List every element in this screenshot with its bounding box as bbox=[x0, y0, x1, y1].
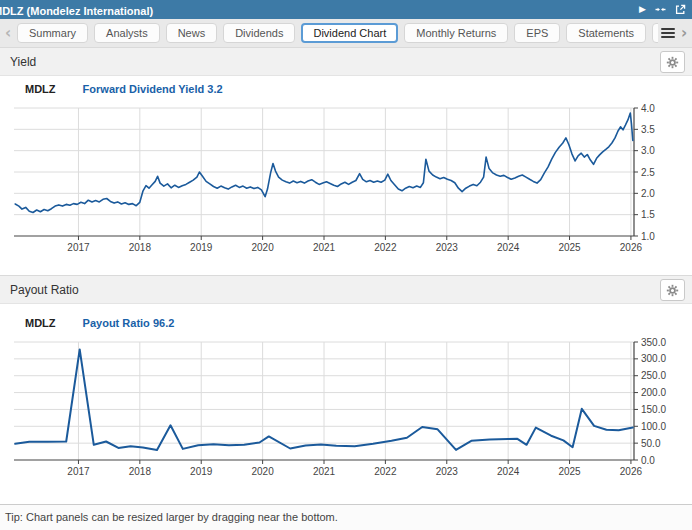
legend-ticker: MDLZ bbox=[25, 317, 56, 329]
yield-panel-title: Yield bbox=[10, 55, 36, 69]
y-tick-label: 3.0 bbox=[641, 145, 655, 156]
payout-chart-legend: MDLZ Payout Ratio 96.2 bbox=[0, 304, 692, 336]
y-tick-label: 3.5 bbox=[641, 124, 655, 135]
x-tick-label: 2019 bbox=[190, 466, 213, 477]
y-tick-label: 350.0 bbox=[641, 337, 666, 348]
payout-settings-button[interactable] bbox=[660, 279, 685, 301]
x-tick-label: 2020 bbox=[251, 242, 274, 253]
tab-eps[interactable]: EPS bbox=[514, 23, 560, 43]
tab-monthly-returns[interactable]: Monthly Returns bbox=[404, 23, 508, 43]
next-tabs-chevron[interactable]: › bbox=[678, 20, 690, 46]
tabs-scroll-area: Summary Analysts News Dividends Dividend… bbox=[14, 19, 658, 47]
panel-yield: Yield MDLZ Forward Dividend Yield 3.2 20… bbox=[0, 47, 692, 258]
yield-chart: 2017201820192020202120222023202420252026… bbox=[0, 100, 692, 258]
compress-icon[interactable] bbox=[655, 4, 666, 15]
y-tick-label: 1.5 bbox=[641, 209, 655, 220]
y-tick-label: 2.0 bbox=[641, 188, 655, 199]
gear-icon bbox=[666, 284, 679, 297]
y-tick-label: 50.0 bbox=[641, 438, 661, 449]
tab-dividends[interactable]: Dividends bbox=[223, 23, 295, 43]
window-titlebar: MDLZ (Mondelez International) ▶ bbox=[0, 0, 692, 19]
y-tick-label: 1.0 bbox=[641, 231, 655, 242]
tab-dividend-chart[interactable]: Dividend Chart bbox=[301, 23, 398, 43]
x-tick-label: 2021 bbox=[313, 242, 336, 253]
yield-settings-button[interactable] bbox=[660, 51, 685, 73]
x-tick-label: 2024 bbox=[497, 242, 520, 253]
tab-statements[interactable]: Statements bbox=[566, 23, 646, 43]
titlebar-actions: ▶ bbox=[639, 4, 692, 15]
resize-tip: Tip: Chart panels can be resized larger … bbox=[0, 504, 692, 530]
x-tick-label: 2022 bbox=[374, 242, 397, 253]
x-tick-label: 2025 bbox=[558, 242, 581, 253]
tabs-overflow-menu-icon[interactable] bbox=[661, 26, 675, 40]
y-tick-label: 2.5 bbox=[641, 167, 655, 178]
panel-payout: Payout Ratio MDLZ Payout Ratio 96.2 2017… bbox=[0, 275, 692, 486]
external-link-icon[interactable] bbox=[675, 4, 686, 15]
tab-history[interactable]: History bbox=[652, 23, 658, 43]
tab-news[interactable]: News bbox=[166, 23, 218, 43]
payout-panel-header: Payout Ratio bbox=[0, 275, 692, 304]
y-tick-label: 300.0 bbox=[641, 353, 666, 364]
tab-analysts[interactable]: Analysts bbox=[94, 23, 160, 43]
legend-ticker: MDLZ bbox=[25, 83, 56, 95]
prev-tabs-chevron[interactable]: ‹ bbox=[2, 20, 14, 46]
x-tick-label: 2023 bbox=[436, 242, 459, 253]
x-tick-label: 2023 bbox=[436, 466, 459, 477]
tab-summary[interactable]: Summary bbox=[17, 23, 88, 43]
x-tick-label: 2026 bbox=[620, 242, 643, 253]
y-tick-label: 250.0 bbox=[641, 370, 666, 381]
yield-panel-header: Yield bbox=[0, 47, 692, 76]
legend-label[interactable]: Forward Dividend Yield 3.2 bbox=[83, 83, 223, 95]
x-tick-label: 2019 bbox=[190, 242, 213, 253]
x-tick-label: 2024 bbox=[497, 466, 520, 477]
x-tick-label: 2025 bbox=[558, 466, 581, 477]
x-tick-label: 2021 bbox=[313, 466, 336, 477]
y-tick-label: 200.0 bbox=[641, 387, 666, 398]
tab-bar: ‹ Summary Analysts News Dividends Divide… bbox=[0, 19, 692, 47]
x-tick-label: 2020 bbox=[251, 466, 274, 477]
x-tick-label: 2022 bbox=[374, 466, 397, 477]
payout-chart: 2017201820192020202120222023202420252026… bbox=[0, 336, 692, 486]
x-tick-label: 2017 bbox=[67, 242, 90, 253]
x-tick-label: 2026 bbox=[620, 466, 643, 477]
window-title: MDLZ (Mondelez International) bbox=[0, 5, 153, 17]
x-tick-label: 2018 bbox=[129, 466, 152, 477]
y-tick-label: 4.0 bbox=[641, 103, 655, 114]
play-icon[interactable]: ▶ bbox=[639, 5, 646, 14]
y-tick-label: 0.0 bbox=[641, 455, 655, 466]
y-tick-label: 150.0 bbox=[641, 404, 666, 415]
yield-chart-legend: MDLZ Forward Dividend Yield 3.2 bbox=[0, 76, 692, 100]
gear-icon bbox=[666, 56, 679, 69]
payout-panel-title: Payout Ratio bbox=[10, 283, 79, 297]
x-tick-label: 2017 bbox=[67, 466, 90, 477]
x-tick-label: 2018 bbox=[129, 242, 152, 253]
y-tick-label: 100.0 bbox=[641, 421, 666, 432]
legend-label[interactable]: Payout Ratio 96.2 bbox=[83, 317, 175, 329]
